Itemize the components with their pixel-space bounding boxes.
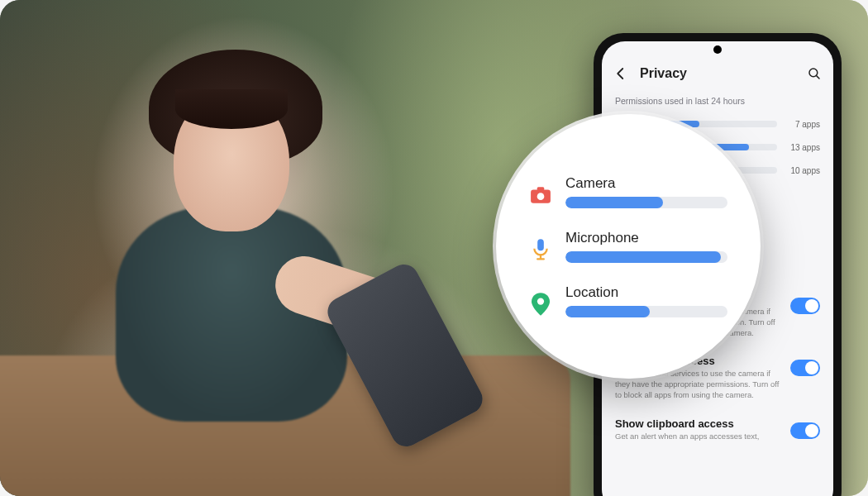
search-button[interactable] <box>807 66 822 81</box>
page-title: Privacy <box>640 66 795 81</box>
mag-camera-track <box>565 197 727 208</box>
photo-bangs <box>175 89 288 129</box>
settings-header: Privacy <box>602 58 833 93</box>
mag-row-camera: Camera <box>529 175 727 208</box>
svg-point-10 <box>537 298 544 304</box>
mag-microphone-track <box>565 251 727 263</box>
promo-frame: Privacy Permissions used in last 24 hour… <box>0 0 868 496</box>
microphone-icon <box>529 238 552 261</box>
mag-microphone-label: Microphone <box>565 230 727 246</box>
svg-rect-8 <box>537 187 545 190</box>
camera-icon <box>529 184 552 207</box>
clipboard-access-desc: Get an alert when an apps accesses text, <box>615 432 780 442</box>
mag-camera-label: Camera <box>565 175 727 192</box>
location-count: 10 apps <box>785 166 820 175</box>
svg-rect-9 <box>537 239 544 250</box>
mag-location-fill <box>565 306 650 317</box>
microphone-access-toggle[interactable] <box>790 360 820 376</box>
mag-location-label: Location <box>565 284 727 301</box>
mag-row-microphone: Microphone <box>529 230 727 263</box>
magnifier-callout: Camera Microphone Location <box>496 114 761 379</box>
camera-cutout <box>713 45 722 54</box>
clipboard-access-row[interactable]: Show clipboard access Get an alert when … <box>602 409 833 451</box>
mag-microphone-fill <box>565 251 721 263</box>
clipboard-access-toggle[interactable] <box>790 422 820 439</box>
camera-count: 7 apps <box>785 120 820 129</box>
back-button[interactable] <box>613 66 628 81</box>
back-icon <box>613 66 628 81</box>
location-icon <box>529 293 552 316</box>
status-bar <box>602 41 833 58</box>
camera-access-toggle[interactable] <box>790 298 820 314</box>
permissions-section-label: Permissions used in last 24 hours <box>602 93 833 112</box>
svg-point-0 <box>809 69 818 77</box>
mag-camera-fill <box>565 197 663 208</box>
mag-location-track <box>565 306 727 317</box>
search-icon <box>807 66 822 81</box>
microphone-count: 13 apps <box>785 143 820 152</box>
mag-row-location: Location <box>529 284 727 317</box>
clipboard-access-title: Show clipboard access <box>615 417 780 430</box>
svg-point-7 <box>537 193 545 200</box>
